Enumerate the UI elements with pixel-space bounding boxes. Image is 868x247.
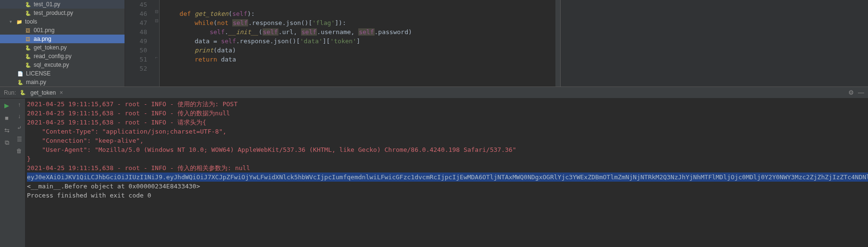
tree-item-main-py[interactable]: 🐍main.py [0,78,125,86]
project-tree[interactable]: 🐍test_01.py🐍test_product.py▾📁tools🖼001.p… [0,0,125,86]
tree-item-aa-png[interactable]: 🖼aa.png [0,35,125,43]
tree-item-label: aa.png [34,36,51,42]
editor-right-margin [560,0,868,86]
py-file-icon: 🐍 [24,44,32,51]
tree-item-label: test_01.py [34,1,60,8]
tree-item-test_01-py[interactable]: 🐍test_01.py [0,0,125,9]
console-line[interactable]: } [27,154,866,163]
tree-item-label: get_token.py [34,44,67,51]
code-line-50[interactable]: print(data) [164,46,555,55]
code-area[interactable]: def get_token(self): while(not self.resp… [160,0,555,86]
run-label: Run: [4,89,16,96]
run-tab[interactable]: 🐍 get_token × [19,89,63,97]
console-line[interactable]: 2021-04-25 19:11:15,638 - root - INFO - … [27,118,866,127]
pin-icon[interactable]: ⧉ [2,138,12,148]
tree-item-label: tools [25,18,37,25]
run-tab-name: get_token [30,89,56,96]
console-line[interactable]: "User-Agent": "Mozilla/5.0 (Windows NT 1… [27,145,866,154]
console-line[interactable]: 2021-04-25 19:11:15,638 - root - INFO - … [27,109,866,118]
print-icon[interactable]: ☰ [15,135,24,144]
tree-item-test_product-py[interactable]: 🐍test_product.py [0,9,125,17]
py-file-icon: 🐍 [24,0,32,8]
code-line-45[interactable] [164,0,555,9]
console-line[interactable]: "Connection": "keep-alive", [27,136,866,145]
rerun-icon[interactable]: ▶ [2,100,12,110]
layout-icon[interactable]: ⇆ [2,125,12,135]
png-file-icon: 🖼 [24,35,32,43]
tree-item-tools[interactable]: ▾📁tools [0,17,125,26]
code-editor[interactable]: 4546474849505152 ⊟⊟⌐ def get_token(self)… [125,0,868,86]
close-tab-icon[interactable]: × [60,89,63,96]
editor-scrollbar[interactable] [555,0,560,86]
run-toolbar-primary: ▶ ■ ⇆ ⧉ [0,99,13,247]
tree-item-get_token-py[interactable]: 🐍get_token.py [0,43,125,52]
tree-item-001-png[interactable]: 🖼001.png [0,26,125,35]
run-header: Run: 🐍 get_token × ⚙ — [0,87,868,99]
code-line-51[interactable]: return data [164,55,555,64]
clear-icon[interactable]: 🗑 [15,147,24,155]
gear-icon[interactable]: ⚙ [848,89,854,96]
console-line[interactable]: 2021-04-25 19:11:15,638 - root - INFO - … [27,163,866,173]
console-line[interactable]: Process finished with exit code 0 [27,191,866,200]
python-icon: 🐍 [19,89,26,97]
console-output[interactable]: 2021-04-25 19:11:15,637 - root - INFO - … [25,99,868,247]
run-tool-window: Run: 🐍 get_token × ⚙ — ▶ ■ ⇆ ⧉ ↑ ↓ ⤶ ☰ 🗑… [0,86,868,247]
code-line-46[interactable]: def get_token(self): [164,9,555,18]
py-file-icon: 🐍 [24,61,32,69]
folder-file-icon: 📁 [15,18,23,25]
console-line[interactable]: eyJ0eXAiOiJKV1QiLCJhbGciOiJIUzI1NiJ9.eyJ… [27,173,866,182]
tree-item-label: main.py [26,79,46,86]
tree-item-label: read_config.py [34,53,72,60]
txt-file-icon: 📄 [16,70,24,77]
code-line-48[interactable]: self.__init__(self.url, self.username, s… [164,27,555,37]
code-line-52[interactable] [164,64,555,73]
console-line[interactable]: 2021-04-25 19:11:15,637 - root - INFO - … [27,99,866,109]
scroll-down-icon[interactable]: ↓ [15,112,24,121]
code-line-47[interactable]: while(not self.response.json()['flag']): [164,18,555,27]
scroll-up-icon[interactable]: ↑ [15,100,24,109]
tree-item-label: 001.png [34,27,54,34]
tree-item-sql_excute-py[interactable]: 🐍sql_excute.py [0,61,125,69]
line-gutter: 4546474849505152 [125,0,154,86]
soft-wrap-icon[interactable]: ⤶ [15,124,24,132]
py-file-icon: 🐍 [24,52,32,60]
py-file-icon: 🐍 [16,78,24,86]
tree-item-label: sql_excute.py [34,62,69,68]
minimize-icon[interactable]: — [858,89,864,96]
py-file-icon: 🐍 [24,9,32,17]
code-line-49[interactable]: data = self.response.json()['data']['tok… [164,37,555,46]
png-file-icon: 🖼 [24,26,32,34]
console-line[interactable]: <__main__.Before object at 0x00000234E84… [27,182,866,191]
tree-item-label: test_product.py [34,10,73,16]
chevron-down-icon[interactable]: ▾ [10,19,15,24]
tree-item-read_config-py[interactable]: 🐍read_config.py [0,52,125,61]
fold-column[interactable]: ⊟⊟⌐ [154,0,160,86]
console-line[interactable]: "Content-Type": "application/json;charse… [27,127,866,136]
tree-item-LICENSE[interactable]: 📄LICENSE [0,69,125,78]
tree-item-label: LICENSE [26,70,50,77]
selected-token-output[interactable]: eyJ0eXAiOiJKV1QiLCJhbGciOiJIUzI1NiJ9.eyJ… [27,173,868,182]
stop-icon[interactable]: ■ [2,113,12,123]
run-toolbar-secondary: ↑ ↓ ⤶ ☰ 🗑 [13,99,25,247]
